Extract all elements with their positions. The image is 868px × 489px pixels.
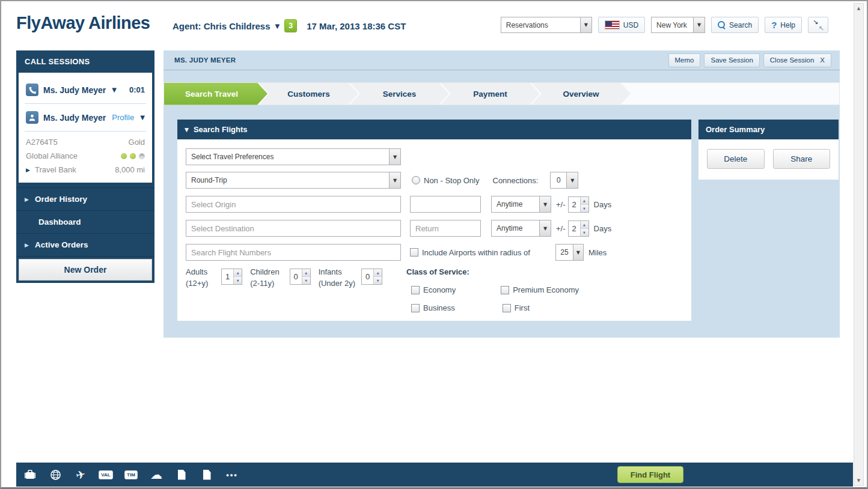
depart-date-input[interactable] [410,196,481,213]
select-arrow-button[interactable]: ▼ [539,220,551,236]
location-select-button[interactable]: ▼ [693,17,704,32]
destination-input[interactable] [186,220,401,237]
travel-bank-row[interactable]: ▶ Travel Bank 8,000 mi [25,163,146,177]
stepper-up-icon[interactable]: ▲ [581,197,588,205]
return-date-input[interactable] [410,220,481,237]
tab-overview[interactable]: Overview [531,83,631,105]
close-session-button[interactable]: Close Session X [763,53,831,67]
cloud-icon[interactable]: ☁ [150,467,163,482]
customer-header: MS. JUDY MEYER Memo Save Session Close S… [164,50,840,70]
val-icon[interactable]: VAL [99,467,112,482]
collapse-caret-icon[interactable]: ▼ [185,127,189,133]
depart-time-select[interactable]: Anytime ▼ [491,196,551,213]
return-time-select[interactable]: Anytime ▼ [491,220,551,237]
tab-services[interactable]: Services [350,83,449,105]
sidebar-item-order-history[interactable]: ▶ Order History [16,187,154,210]
tab-payment[interactable]: Payment [441,83,540,105]
close-x-icon[interactable]: X [820,56,825,64]
miles-label: Miles [588,248,607,257]
infants-label: Infants(Under 2y) [319,267,355,290]
infants-stepper[interactable]: 0 ▲▼ [361,269,382,285]
collapse-button[interactable]: ↘ ↖ [808,17,828,33]
delete-button[interactable]: Delete [707,149,765,169]
location-select[interactable]: New York ▼ [651,17,705,33]
trip-type-select[interactable]: Round-Trip ▼ [186,172,401,189]
search-button[interactable]: Search [711,17,759,33]
active-call-row[interactable]: Ms. Judy Meyer ▼ 0:01 [25,80,146,100]
sidebar-item-dashboard[interactable]: Dashboard [16,210,154,233]
more-icon[interactable]: ••• [225,467,239,482]
class-premium-economy-option[interactable]: Premium Economy [501,285,579,294]
memo-button[interactable]: Memo [668,53,701,67]
depart-days-stepper[interactable]: 2 ▲▼ [568,196,589,213]
search-icon [718,21,726,29]
module-select-button[interactable]: ▼ [580,17,591,32]
class-economy-option[interactable]: Economy [411,285,456,294]
select-arrow-button[interactable]: ▼ [573,244,583,260]
class-business-option[interactable]: Business [411,303,455,312]
help-button[interactable]: ? Help [765,17,802,33]
agent-dropdown-caret-icon[interactable]: ▼ [275,23,280,29]
first-checkbox[interactable] [503,304,511,312]
tim-icon[interactable]: TIM [124,467,138,482]
scroll-down-icon[interactable]: ▼ [854,476,863,485]
select-arrow-button[interactable]: ▼ [389,172,400,188]
profile-dropdown-caret-icon[interactable]: ▼ [140,114,145,121]
connections-select[interactable]: 0 ▼ [550,172,578,189]
agent-name: Agent: Chris Childress [173,21,270,31]
vertical-scrollbar[interactable]: ▲ ▼ [854,3,864,486]
save-session-button[interactable]: Save Session [704,53,759,67]
stepper-down-icon[interactable]: ▼ [581,229,588,236]
search-label: Search [729,21,752,29]
radius-select[interactable]: 25 ▼ [555,244,584,261]
module-select[interactable]: Reservations ▼ [501,17,592,33]
business-checkbox[interactable] [411,304,420,312]
currency-button[interactable]: USD [598,17,645,33]
sidebar-item-active-orders[interactable]: ▶ Active Orders [16,233,154,256]
stepper-up-icon[interactable]: ▲ [374,269,382,277]
return-days-label: Days [594,224,612,233]
stepper-down-icon[interactable]: ▼ [302,277,310,284]
children-stepper[interactable]: 0 ▲▼ [290,269,311,285]
travel-preferences-select[interactable]: Select Travel Preferences ▼ [186,148,401,165]
stepper-up-icon[interactable]: ▲ [581,221,588,229]
scroll-up-icon[interactable]: ▲ [854,4,863,13]
footer-toolbar: ✈ VAL TIM ☁ ••• Find Flight [16,463,853,487]
call-dropdown-caret-icon[interactable]: ▼ [112,87,117,93]
globe-icon[interactable] [49,467,62,482]
document-icon[interactable] [175,467,188,482]
profile-link[interactable]: Profile [112,113,134,122]
stepper-down-icon[interactable]: ▼ [581,205,588,212]
profile-name: Ms. Judy Meyer [43,113,106,123]
document2-icon[interactable] [200,467,213,482]
new-order-button[interactable]: New Order [19,259,152,281]
plane-icon[interactable]: ✈ [74,467,87,482]
tab-search-travel[interactable]: Search Travel [164,83,267,105]
flight-numbers-input[interactable] [186,244,401,261]
radius-checkbox[interactable] [410,248,418,257]
share-button[interactable]: Share [773,149,831,169]
origin-input[interactable] [186,196,401,213]
select-arrow-button[interactable]: ▼ [566,172,578,188]
class-first-option[interactable]: First [503,303,530,312]
tab-customers[interactable]: Customers [259,83,358,105]
select-arrow-button[interactable]: ▼ [389,149,400,165]
status-dot-gray [139,153,145,159]
premium-economy-checkbox[interactable] [501,286,509,294]
expand-arrow-icon[interactable]: ▶ [26,167,30,173]
return-days-stepper[interactable]: 2 ▲▼ [568,220,589,237]
find-flight-button[interactable]: Find Flight [617,466,683,483]
briefcase-icon[interactable] [23,467,37,482]
stepper-up-icon[interactable]: ▲ [234,269,242,277]
select-arrow-button[interactable]: ▼ [539,196,551,212]
non-stop-radio[interactable] [412,176,420,184]
expand-arrow-icon: ▶ [25,242,29,248]
stepper-up-icon[interactable]: ▲ [302,269,310,277]
search-flights-header[interactable]: ▼ Search Flights [177,120,691,139]
economy-checkbox[interactable] [411,286,420,294]
phone-icon [26,84,38,96]
adults-stepper[interactable]: 1 ▲▼ [221,269,242,285]
customer-profile-row[interactable]: Ms. Judy Meyer Profile ▼ [25,108,146,127]
stepper-down-icon[interactable]: ▼ [374,277,382,284]
stepper-down-icon[interactable]: ▼ [234,277,242,284]
